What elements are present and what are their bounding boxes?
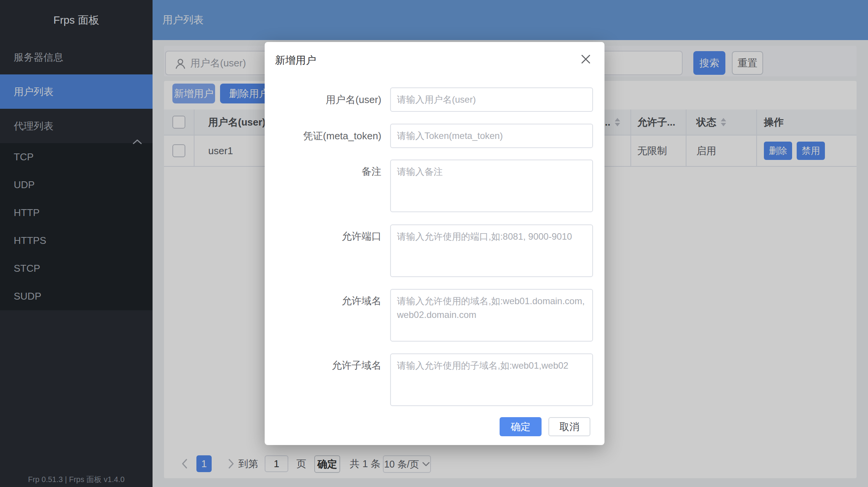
allow-subdomains-textarea[interactable] [391, 354, 592, 405]
allow-ports-textarea[interactable] [391, 225, 592, 276]
field-label: 用户名(user) [265, 87, 381, 112]
frps-panel-screen: Frps 面板 服务器信息 用户列表 代理列表 TCP UDP HTTP HTT… [0, 0, 868, 487]
comment-textarea[interactable] [391, 160, 592, 211]
allow-domains-textarea[interactable] [391, 290, 592, 341]
username-field[interactable] [390, 87, 593, 112]
field-label: 允许域名 [265, 294, 381, 308]
field-label: 备注 [265, 164, 381, 178]
dialog-title: 新增用户 [275, 53, 316, 67]
username-input[interactable] [391, 88, 592, 111]
field-label: 凭证(meta_token) [265, 124, 381, 148]
field-label: 允许子域名 [265, 358, 381, 372]
token-field[interactable] [390, 124, 593, 148]
add-user-dialog: 新增用户 用户名(user) 凭证(meta_token) 备注 允许端口 [265, 42, 604, 445]
comment-field[interactable] [390, 160, 593, 212]
dialog-ok-button[interactable]: 确定 [500, 417, 542, 436]
dialog-cancel-button[interactable]: 取消 [548, 417, 590, 436]
allow-ports-field[interactable] [390, 224, 593, 277]
close-icon[interactable] [581, 54, 591, 66]
allow-subdomains-field[interactable] [390, 353, 593, 406]
token-input[interactable] [391, 124, 592, 147]
allow-domains-field[interactable] [390, 289, 593, 342]
field-label: 允许端口 [265, 229, 381, 243]
